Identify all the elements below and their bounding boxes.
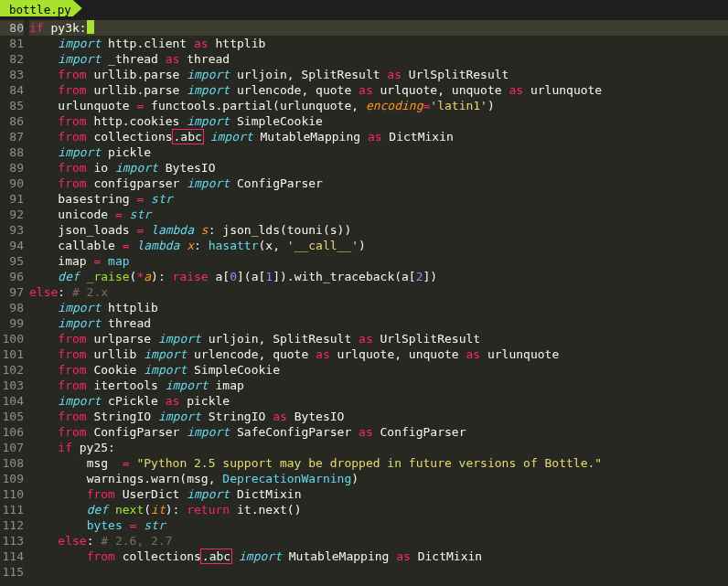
code-line[interactable]: basestring = str [29, 191, 728, 207]
line-number: 112 [0, 517, 24, 533]
line-number: 80 [0, 20, 24, 36]
line-number: 104 [0, 393, 24, 409]
code-line[interactable]: from urllib.parse import urljoin, SplitR… [29, 67, 728, 82]
line-number: 106 [0, 424, 24, 440]
code-line[interactable]: if py3k: [29, 20, 728, 36]
code-line[interactable]: from collections.abc import MutableMappi… [29, 129, 728, 144]
code-line[interactable]: msg = "Python 2.5 support may be dropped… [29, 455, 728, 471]
line-number: 88 [0, 144, 24, 160]
code-line[interactable]: from urlparse import urljoin, SplitResul… [29, 331, 728, 346]
code-line[interactable]: from StringIO import StringIO as BytesIO [29, 409, 728, 424]
code-line[interactable]: def next(it): return it.next() [29, 502, 728, 517]
line-number: 83 [0, 67, 24, 82]
line-number: 99 [0, 315, 24, 331]
line-number: 95 [0, 253, 24, 269]
line-number: 103 [0, 378, 24, 393]
code-line[interactable]: if py25: [29, 440, 728, 455]
code-line[interactable]: from UserDict import DictMixin [29, 486, 728, 502]
code-line[interactable]: imap = map [29, 253, 728, 269]
code-line[interactable]: json_loads = lambda s: json_lds(touni(s)… [29, 222, 728, 238]
code-line[interactable]: from collections.abc import MutableMappi… [29, 549, 728, 564]
line-number: 89 [0, 160, 24, 176]
code-line[interactable]: from urllib import urlencode, quote as u… [29, 346, 728, 362]
code-line[interactable]: from ConfigParser import SafeConfigParse… [29, 424, 728, 440]
text-cursor [87, 20, 94, 34]
line-number: 92 [0, 207, 24, 222]
code-line[interactable]: from io import BytesIO [29, 160, 728, 176]
code-line[interactable]: import http.client as httplib [29, 36, 728, 51]
tab-bar: bottle.py [0, 0, 728, 20]
code-content[interactable]: if py3k: import http.client as httplib i… [29, 20, 728, 586]
code-line[interactable]: from configparser import ConfigParser [29, 176, 728, 191]
code-line[interactable]: else: # 2.x [29, 284, 728, 300]
line-number: 100 [0, 331, 24, 346]
line-number: 97 [0, 284, 24, 300]
line-number: 110 [0, 486, 24, 502]
line-number: 96 [0, 269, 24, 284]
line-number: 114 [0, 549, 24, 564]
line-number-gutter: 8081828384858687888990919293949596979899… [0, 20, 29, 586]
line-number: 87 [0, 129, 24, 144]
code-line[interactable]: from urllib.parse import urlencode, quot… [29, 82, 728, 98]
code-line[interactable]: from http.cookies import SimpleCookie [29, 113, 728, 129]
line-number: 115 [0, 564, 24, 580]
line-number: 101 [0, 346, 24, 362]
code-line[interactable]: bytes = str [29, 517, 728, 533]
line-number: 109 [0, 471, 24, 486]
code-line[interactable]: warnings.warn(msg, DeprecationWarning) [29, 471, 728, 486]
code-line[interactable]: import httplib [29, 300, 728, 315]
line-number: 94 [0, 238, 24, 253]
line-number: 102 [0, 362, 24, 378]
code-line[interactable]: import thread [29, 315, 728, 331]
code-line[interactable]: unicode = str [29, 207, 728, 222]
code-line[interactable] [29, 564, 728, 580]
line-number: 84 [0, 82, 24, 98]
line-number: 81 [0, 36, 24, 51]
lint-error-marker: .abc [200, 549, 232, 564]
line-number: 108 [0, 455, 24, 471]
line-number: 91 [0, 191, 24, 207]
editor-area[interactable]: 8081828384858687888990919293949596979899… [0, 20, 728, 586]
line-number: 86 [0, 113, 24, 129]
line-number: 105 [0, 409, 24, 424]
file-tab[interactable]: bottle.py [0, 0, 82, 16]
line-number: 90 [0, 176, 24, 191]
line-number: 82 [0, 51, 24, 67]
code-line[interactable]: else: # 2.6, 2.7 [29, 533, 728, 549]
code-line[interactable]: import cPickle as pickle [29, 393, 728, 409]
line-number: 98 [0, 300, 24, 315]
line-number: 107 [0, 440, 24, 455]
lint-error-marker: .abc [172, 129, 204, 144]
code-line[interactable]: import _thread as thread [29, 51, 728, 67]
code-line[interactable]: urlunquote = functools.partial(urlunquot… [29, 98, 728, 113]
line-number: 111 [0, 502, 24, 517]
code-line[interactable]: callable = lambda x: hasattr(x, '__call_… [29, 238, 728, 253]
code-line[interactable]: from Cookie import SimpleCookie [29, 362, 728, 378]
line-number: 93 [0, 222, 24, 238]
line-number: 113 [0, 533, 24, 549]
line-number: 85 [0, 98, 24, 113]
code-line[interactable]: def _raise(*a): raise a[0](a[1]).with_tr… [29, 269, 728, 284]
code-line[interactable]: from itertools import imap [29, 378, 728, 393]
code-line[interactable]: import pickle [29, 144, 728, 160]
